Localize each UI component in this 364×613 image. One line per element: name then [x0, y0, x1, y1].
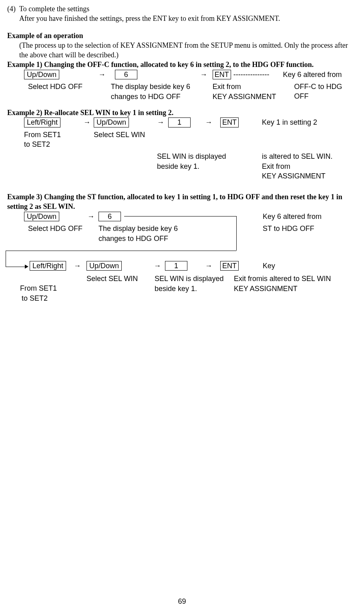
examples-heading: Example of an operation [7, 31, 357, 40]
arrow-icon: → [87, 212, 99, 221]
section-body: After you have finished the settings, pr… [19, 14, 280, 23]
arrow-icon: → [205, 261, 220, 271]
ex2-result-l2: is altered to SEL WIN. [262, 152, 332, 161]
ex2-result-l4: KEY ASSIGNMENT [262, 171, 332, 181]
connector-line [6, 251, 6, 267]
arrow-icon: → [99, 70, 111, 79]
ex2-step1-desc-l1: From SET1 [24, 130, 83, 140]
key-ent: ENT [220, 117, 239, 127]
section-title: To complete the settings [19, 4, 280, 14]
example3-row1: Up/Down Select HDG OFF → 6 The display b… [24, 212, 357, 243]
ex3-r1-result-l2: ST to HDG OFF [263, 224, 322, 233]
ex1-result-l1: Key 6 altered from [283, 70, 357, 79]
ex1-result-l2: OFF-C to HDG OFF [294, 82, 357, 101]
ex3-r1-step2-desc-l1: The display beside key 6 [99, 224, 186, 233]
ex1-step3-desc-l1: Exit from [213, 82, 283, 91]
ex2-result-l1: Key 1 in setting 2 [262, 117, 317, 127]
example3-heading: Example 3) Changing the ST function, all… [7, 192, 357, 212]
connector-line [236, 216, 237, 251]
ex1-step2-desc-l1: The display beside key 6 [111, 82, 200, 91]
dashes: --------------- [233, 70, 269, 79]
key-1talk: 1 [168, 117, 191, 127]
ex3-r2-step1-desc-l2: to SET2 [22, 293, 86, 303]
ex2-step3-desc-l2: beside key 1. [157, 162, 262, 171]
arrow-icon: → [154, 261, 165, 271]
connector-line [6, 267, 25, 267]
key-ent: ENT [220, 261, 239, 271]
key-updown: Up/Down [24, 70, 59, 80]
example2-heading: Example 2) Re-allocate SEL WIN to key 1 … [7, 108, 357, 117]
arrow-icon: → [200, 70, 212, 79]
example3-row2: Left/Right → Up/Down → 1 → ENT Key [30, 261, 357, 271]
ex1-step2-desc-l2: changes to HDG OFF [111, 92, 200, 101]
ex2-step1-desc-l2: to SET2 [24, 140, 83, 149]
key-6: 6 [99, 212, 121, 222]
arrow-icon: → [74, 261, 86, 271]
ex3-r2-result-l2: Exit fromis altered to SEL WIN [234, 274, 331, 283]
connector-line [6, 251, 236, 251]
ex3-r2-step3-desc-l2: beside key 1. [155, 284, 234, 293]
arrow-icon: → [157, 117, 168, 127]
example2-flow: Left/Right From SET1 to SET2 → Up/Down S… [24, 117, 357, 149]
key-updown: Up/Down [24, 212, 59, 222]
section-number: (4) [7, 4, 19, 24]
ex3-r2-step3-desc-l1: SEL WIN is displayed [155, 274, 234, 283]
arrow-icon: → [205, 117, 220, 127]
section-4: (4) To complete the settings After you h… [7, 4, 357, 24]
ex3-r2-result-l1: Key [263, 261, 275, 271]
key-updown: Up/Down [94, 117, 129, 127]
key-6: 6 [115, 70, 137, 80]
ex3-r1-step1-desc: Select HDG OFF [28, 224, 87, 233]
connector-arrowhead-icon [25, 265, 28, 269]
key-leftright: Left/Right [30, 261, 66, 271]
key-updown: Up/Down [86, 261, 122, 271]
ex3-r2-step1-desc-l1: From SET1 [20, 283, 86, 293]
example3-row2-desc: From SET1 to SET2 Select SEL WIN SEL WIN… [20, 274, 357, 303]
ex2-step2-desc: Select SEL WIN [94, 130, 157, 140]
arrow-icon: → [83, 117, 94, 127]
examples-intro: (The process up to the selection of KEY … [19, 40, 357, 60]
ex2-result-l3: Exit from [262, 162, 332, 171]
ex2-step3-desc-l1: SEL WIN is displayed [157, 152, 262, 161]
key-leftright: Left/Right [24, 117, 60, 127]
example1-flow: Up/Down Select HDG OFF → 6 The display b… [24, 70, 357, 101]
ex3-r2-result-l3: KEY ASSIGNMENT [234, 284, 331, 293]
ex1-step1-desc: Select HDG OFF [28, 82, 99, 91]
key-ent: ENT [213, 70, 231, 80]
ex3-r1-result-l1: Key 6 altered from [263, 212, 322, 221]
ex1-step3-desc-l2: KEY ASSIGNMENT [213, 92, 283, 101]
key-1: 1 [165, 261, 187, 271]
example1-heading: Example 1) Changing the OFF-C function, … [7, 60, 357, 69]
ex3-r1-step2-desc-l2: changes to HDG OFF [99, 234, 186, 243]
connector-line [124, 216, 236, 216]
ex3-r2-step2-desc: Select SEL WIN [86, 274, 155, 283]
